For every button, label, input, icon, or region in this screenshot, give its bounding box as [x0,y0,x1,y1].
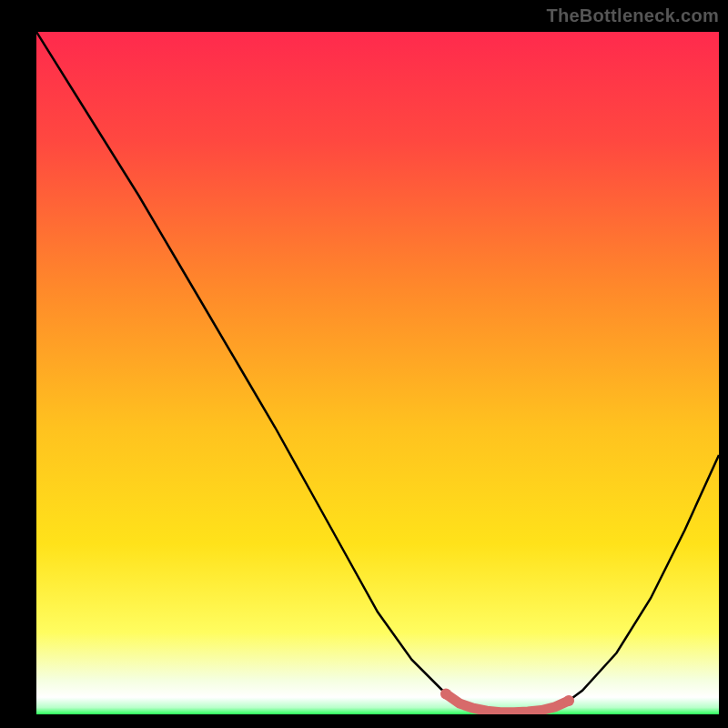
watermark-text: TheBottleneck.com [546,5,719,26]
optimal-zone-start-dot [440,689,451,700]
chart-container: TheBottleneck.com [0,0,728,728]
chart-svg [36,32,719,714]
optimal-zone-end-dot [563,695,574,706]
plot-area [36,32,719,714]
